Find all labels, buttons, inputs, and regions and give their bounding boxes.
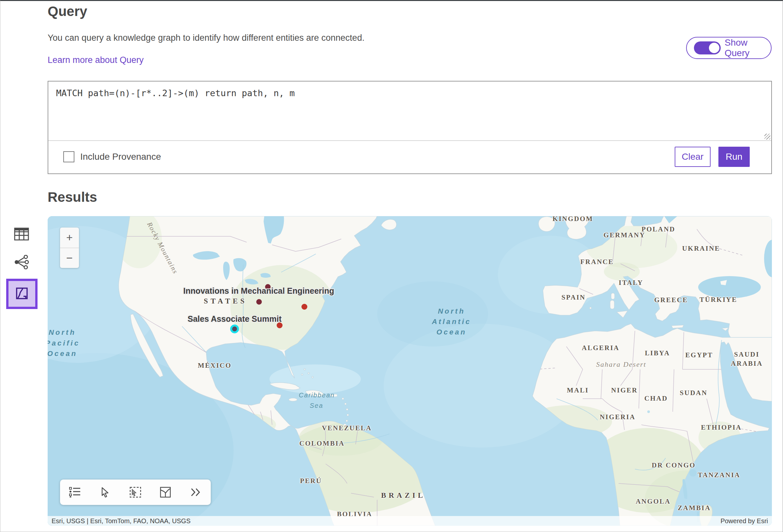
graph-node-point[interactable]: [230, 325, 239, 333]
zoom-control: + −: [60, 228, 79, 268]
map-toolbar: [60, 479, 211, 505]
view-map-button[interactable]: [6, 279, 37, 309]
graph-node-point[interactable]: [277, 322, 283, 328]
zoom-in-button[interactable]: +: [60, 228, 79, 248]
learn-more-link[interactable]: Learn more about Query: [48, 55, 144, 65]
select-polygon-icon[interactable]: [155, 482, 176, 503]
show-query-label: Show Query: [725, 37, 771, 58]
query-footer: Include Provenance Clear Run: [48, 140, 771, 173]
show-query-toggle[interactable]: Show Query: [686, 37, 772, 59]
link-chart-icon: [14, 255, 29, 271]
graph-node-point[interactable]: [256, 299, 262, 305]
query-description: You can query a knowledge graph to ident…: [48, 33, 365, 43]
clear-button[interactable]: Clear: [675, 147, 711, 167]
view-table-button[interactable]: [11, 224, 32, 245]
view-link-chart-button[interactable]: [11, 252, 32, 273]
expand-icon[interactable]: [185, 482, 206, 503]
legend-icon[interactable]: [65, 482, 86, 503]
results-title: Results: [48, 189, 97, 205]
map-icon: [15, 287, 28, 301]
results-map[interactable]: KINGDOMPOLANDGERMANYUKRAINEFRANCEITALYSP…: [48, 216, 772, 526]
query-input[interactable]: MATCH path=(n)-[r*..2]->(m) return path,…: [48, 81, 771, 141]
attribution-sources: Esri, USGS | Esri, TomTom, FAO, NOAA, US…: [52, 517, 191, 525]
page-title: Query: [48, 4, 87, 19]
include-provenance-checkbox[interactable]: [63, 151, 74, 162]
attribution-bar: Esri, USGS | Esri, TomTom, FAO, NOAA, US…: [48, 516, 772, 526]
graph-node-point[interactable]: [265, 284, 271, 290]
toggle-switch-icon[interactable]: [694, 41, 721, 55]
select-features-icon[interactable]: [125, 482, 146, 503]
include-provenance-label: Include Provenance: [80, 152, 161, 162]
zoom-out-button[interactable]: −: [60, 248, 79, 268]
cursor-icon[interactable]: [95, 482, 116, 503]
resize-grip-icon[interactable]: [764, 134, 770, 139]
table-icon: [14, 228, 29, 242]
query-page: Query You can query a knowledge graph to…: [0, 0, 783, 532]
attribution-powered-by: Powered by Esri: [720, 517, 768, 525]
graph-node-point[interactable]: [302, 304, 307, 310]
run-button[interactable]: Run: [718, 147, 750, 167]
query-editor-panel: MATCH path=(n)-[r*..2]->(m) return path,…: [48, 81, 772, 174]
